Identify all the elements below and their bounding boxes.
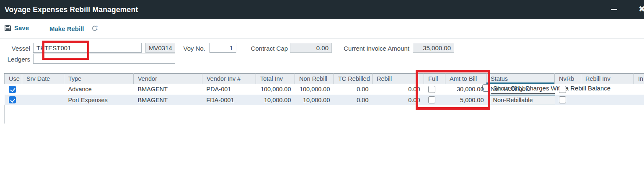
column-header-vendor[interactable]: Vendor xyxy=(134,74,202,84)
column-header-rebill[interactable]: Rebill xyxy=(372,74,424,84)
cell-amt-to-bill[interactable]: 5,000.00 xyxy=(445,95,486,106)
status-dropdown-focused[interactable]: Non-Rebillable xyxy=(489,95,555,106)
cell-vendor[interactable]: BMAGENT xyxy=(134,84,202,95)
cell-tc-rebilled[interactable]: 0.00 xyxy=(334,95,372,106)
vessel-label: Vessel xyxy=(3,45,30,52)
contract-cap-field xyxy=(290,43,332,53)
full-checkbox[interactable] xyxy=(428,96,435,103)
save-floppy-icon xyxy=(4,24,11,31)
cell-vendor-inv[interactable]: PDA-001 xyxy=(202,84,256,95)
cell-tc-rebilled[interactable]: 0.00 xyxy=(334,84,372,95)
refresh-icon[interactable] xyxy=(91,25,98,32)
cell-status[interactable]: Non-Rebillable xyxy=(486,84,555,95)
use-checkbox[interactable] xyxy=(9,96,16,103)
cell-status[interactable]: Non-Rebillable xyxy=(486,95,555,106)
ledgers-label: Ledgers xyxy=(3,56,30,63)
cell-in[interactable] xyxy=(634,84,644,95)
cell-vendor[interactable]: BMAGENT xyxy=(134,95,202,106)
full-checkbox[interactable] xyxy=(428,86,435,93)
voy-no-label: Voy No. xyxy=(180,45,205,52)
grid-left-border-extension xyxy=(4,105,5,124)
nvrb-checkbox[interactable] xyxy=(559,86,566,93)
column-header-rebill-inv[interactable]: Rebill Inv xyxy=(581,74,634,84)
column-header-nvrb[interactable]: NvRb xyxy=(555,74,581,84)
contract-cap-label: Contract Cap xyxy=(235,45,288,52)
cell-srv-date[interactable] xyxy=(22,95,64,106)
grid-header-row: Use Srv Date Type Vendor Vendor Inv # To… xyxy=(5,74,644,84)
cell-rebill-inv[interactable] xyxy=(581,95,634,106)
ledgers-input[interactable] xyxy=(33,54,175,64)
column-header-vendor-inv[interactable]: Vendor Inv # xyxy=(202,74,256,84)
column-header-full[interactable]: Full xyxy=(424,74,445,84)
column-header-status[interactable]: Status xyxy=(486,74,555,84)
table-row: Advance BMAGENT PDA-001 100,000.00 100,0… xyxy=(5,84,644,95)
save-button-label: Save xyxy=(14,24,29,31)
vessel-input[interactable] xyxy=(33,43,142,53)
current-invoice-amount-label: Current Invoice Amount xyxy=(331,45,409,52)
column-header-total-inv[interactable]: Total Inv xyxy=(256,74,295,84)
column-header-non-rebill[interactable]: Non Rebill xyxy=(295,74,334,84)
filter-form: Vessel Voy No. Contract Cap Current Invo… xyxy=(0,39,644,73)
cell-vendor-inv[interactable]: FDA-0001 xyxy=(202,95,256,106)
cell-type[interactable]: Port Expenses xyxy=(64,95,134,106)
nvrb-checkbox[interactable] xyxy=(559,96,566,103)
minimize-icon[interactable] xyxy=(611,9,617,10)
cell-total-inv[interactable]: 10,000.00 xyxy=(256,95,295,106)
cell-amt-to-bill[interactable]: 30,000.00 xyxy=(445,84,486,95)
column-header-tc-rebilled[interactable]: TC Rebilled xyxy=(334,74,372,84)
cell-rebill[interactable]: 0.00 xyxy=(372,95,424,106)
cell-type[interactable]: Advance xyxy=(64,84,134,95)
cell-srv-date[interactable] xyxy=(22,84,64,95)
toolbar: Save Make Rebill xyxy=(0,19,644,39)
table-row: Port Expenses BMAGENT FDA-0001 10,000.00… xyxy=(5,95,644,106)
charges-grid: Use Srv Date Type Vendor Vendor Inv # To… xyxy=(4,73,644,105)
current-invoice-amount-field xyxy=(413,43,454,53)
cell-in[interactable] xyxy=(634,95,644,106)
column-header-type[interactable]: Type xyxy=(64,74,134,84)
make-rebill-button[interactable]: Make Rebill xyxy=(49,25,84,32)
voy-no-input[interactable] xyxy=(209,43,236,53)
cell-rebill-inv[interactable] xyxy=(581,84,634,95)
cell-non-rebill[interactable]: 10,000.00 xyxy=(295,95,334,106)
cell-total-inv[interactable]: 100,000.00 xyxy=(256,84,295,95)
vessel-code-field xyxy=(145,43,175,53)
column-header-amt-to-bill[interactable]: Amt to Bill xyxy=(445,74,486,84)
cell-rebill[interactable]: 0.00 xyxy=(372,84,424,95)
column-header-in[interactable]: In xyxy=(634,74,644,84)
status-dropdown[interactable]: Non-Rebillable xyxy=(491,85,555,94)
column-header-srv-date[interactable]: Srv Date xyxy=(22,74,64,84)
cell-non-rebill[interactable]: 100,000.00 xyxy=(295,84,334,95)
save-button[interactable]: Save xyxy=(4,24,29,31)
use-checkbox[interactable] xyxy=(9,86,16,93)
close-icon[interactable]: ✖ xyxy=(639,4,644,14)
column-header-use[interactable]: Use xyxy=(5,74,22,84)
voyage-expenses-rebill-window: Voyage Expenses Rebill Management ✖ Save… xyxy=(0,0,644,188)
titlebar: Voyage Expenses Rebill Management ✖ xyxy=(0,0,644,19)
window-title: Voyage Expenses Rebill Management xyxy=(0,5,138,14)
